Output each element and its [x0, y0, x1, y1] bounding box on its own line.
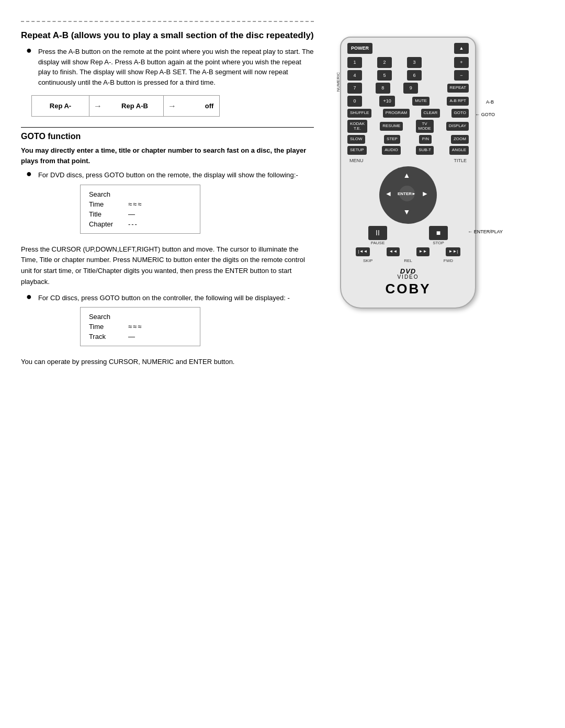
numeric-label: NUMERIC [336, 72, 341, 92]
ab-diagram: Rep A- → Rep A-B → off [31, 95, 220, 117]
search-row-title: Title — [89, 209, 191, 219]
btn-setup[interactable]: SETUP [347, 146, 367, 155]
btn-clear[interactable]: CLEAR [421, 109, 440, 118]
btn-rew[interactable]: ◄◄ [387, 247, 400, 256]
search-row-track-cd: Track — [89, 332, 191, 342]
eject-button[interactable]: ▲ [454, 43, 469, 54]
nav-up-button[interactable]: ▲ [398, 166, 416, 185]
btn-subt[interactable]: SUB-T [416, 146, 434, 155]
btn-1[interactable]: 1 [347, 57, 362, 68]
btn-0[interactable]: 0 [347, 96, 362, 107]
btn-6[interactable]: 6 [407, 70, 422, 81]
ab-arrow-2: → [164, 96, 180, 116]
stop-button[interactable]: ■ [429, 226, 448, 240]
btn-angle[interactable]: ANGLE [449, 146, 469, 155]
setup-row: SETUP AUDIO SUB-T ANGLE [347, 146, 469, 155]
btn-skip-back[interactable]: |◄◄ [356, 247, 370, 256]
btn-step[interactable]: STEP [384, 135, 400, 144]
search-row-header: Search [89, 189, 191, 199]
btn-tv-mode[interactable]: TVMODE [416, 120, 434, 133]
kodak-row: KODAKT.E. RESUME TVMODE DISPLAY [347, 120, 469, 133]
btn-ab-rpt[interactable]: A-B RPT [447, 97, 469, 106]
top-border-line [21, 21, 314, 22]
search-label-dvd: Search [89, 190, 128, 198]
btn-4[interactable]: 4 [347, 70, 362, 81]
nav-pad: ▲ ◄ ENTER► ► ▼ [379, 166, 437, 224]
goto-bold-text: You may directly enter a time, title or … [21, 145, 314, 166]
remote-brand: DVD VIDEO COBY [347, 267, 469, 297]
btn-fwd[interactable]: ►► [416, 247, 430, 256]
nav-left-button[interactable]: ◄ [379, 185, 398, 203]
shuffle-row: SHUFFLE PROGRAM CLEAR GOTO [347, 109, 469, 118]
pause-stop-container: ← ENTER/PLAY II PAUSE ■ STOP [347, 226, 469, 245]
goto-annotation: ← GOTO [475, 112, 495, 117]
time-label-cd: Time [89, 323, 128, 331]
remote-wrapper: POWER ▲ NUMERIC 1 2 3 [340, 37, 476, 309]
fwd-label: FWD [444, 258, 453, 263]
remote-area: POWER ▲ NUMERIC 1 2 3 [324, 21, 492, 707]
power-button[interactable]: POWER [347, 43, 372, 54]
remote-top-row: POWER ▲ [347, 43, 469, 54]
btn-resume[interactable]: RESUME [380, 122, 403, 131]
nav-enter-button[interactable]: ENTER► [399, 186, 415, 201]
bullet-dot-2: ● [26, 168, 32, 179]
skip-row: |◄◄ ◄◄ ►► ►►| [347, 247, 469, 256]
chapter-label-dvd: Chapter [89, 220, 128, 228]
cd-bullet-text: For CD discs, press GOTO button on the c… [38, 294, 290, 302]
pause-sub-label: PAUSE [368, 241, 387, 245]
btn-shuffle[interactable]: SHUFFLE [347, 109, 371, 118]
repeat-ab-body: Press the A-B button on the remote at th… [38, 47, 314, 87]
btn-display[interactable]: DISPLAY [446, 122, 469, 131]
btn-skip-fwd[interactable]: ►►| [446, 247, 460, 256]
btn-vol-up[interactable]: + [454, 57, 469, 68]
btn-mute[interactable]: MUTE [412, 97, 430, 106]
pause-area: II PAUSE [368, 226, 387, 245]
btn-9[interactable]: 9 [403, 83, 418, 94]
btn-audio[interactable]: AUDIO [382, 146, 400, 155]
time-value-cd: ≈≈≈ [128, 323, 142, 331]
dvd-bullet-text: For DVD discs, press GOTO button on the … [38, 171, 298, 179]
ab-box-1: Rep A- [32, 96, 89, 116]
btn-kodak[interactable]: KODAKT.E. [347, 120, 367, 133]
search-label-cd: Search [89, 313, 128, 321]
num-row-4: 0 +10 MUTE A-B RPT [347, 96, 469, 107]
btn-goto[interactable]: GOTO [451, 109, 469, 118]
numeric-section: NUMERIC 1 2 3 + 4 5 6 [347, 57, 469, 107]
num-row-3: 7 8 9 REPEAT [347, 83, 469, 94]
btn-7[interactable]: 7 [347, 83, 362, 94]
dvd-bullet: ● For DVD discs, press GOTO button on th… [26, 170, 314, 239]
menu-label: MENU [349, 158, 364, 163]
btn-2[interactable]: 2 [377, 57, 392, 68]
btn-3[interactable]: 3 [407, 57, 422, 68]
cd-bullet: ● For CD discs, press GOTO button on the… [26, 293, 314, 352]
btn-8[interactable]: 8 [376, 83, 390, 94]
slow-row: SLOW STEP P/N ZOOM [347, 135, 469, 144]
btn-slow[interactable]: SLOW [347, 135, 365, 144]
btn-vol-down[interactable]: − [454, 70, 469, 81]
title-value-dvd: — [128, 210, 136, 218]
skip-label: SKIP [363, 258, 372, 263]
ab-arrow-1: → [89, 96, 106, 116]
shuffle-row-container: A-B SHUFFLE PROGRAM CLEAR GOTO ← GOTO [347, 109, 469, 118]
video-text: VIDEO [347, 274, 469, 280]
btn-plus10[interactable]: +10 [379, 96, 394, 107]
btn-zoom[interactable]: ZOOM [451, 135, 469, 144]
chapter-value-dvd: --- [128, 220, 138, 228]
repeat-ab-heading: Repeat A-B (allows you to play a small s… [21, 30, 314, 41]
bullet-dot-3: ● [26, 291, 32, 302]
pause-button[interactable]: II [368, 226, 387, 240]
btn-5[interactable]: 5 [377, 70, 392, 81]
btn-repeat[interactable]: REPEAT [447, 84, 469, 93]
btn-program[interactable]: PROGRAM [383, 109, 410, 118]
search-row-time: Time ≈≈≈ [89, 199, 191, 209]
content-area: Repeat A-B (allows you to play a small s… [21, 21, 324, 707]
stop-sub-label: STOP [429, 241, 448, 245]
track-value-cd: — [128, 333, 136, 340]
btn-pn[interactable]: P/N [419, 135, 432, 144]
nav-right-button[interactable]: ► [416, 185, 434, 203]
title-label-dvd: Title [89, 210, 128, 218]
remote-control: POWER ▲ NUMERIC 1 2 3 [340, 37, 476, 309]
goto-heading: GOTO function [21, 132, 314, 141]
nav-down-button[interactable]: ▼ [398, 203, 416, 221]
ab-box-2: Rep A-B [106, 96, 164, 116]
